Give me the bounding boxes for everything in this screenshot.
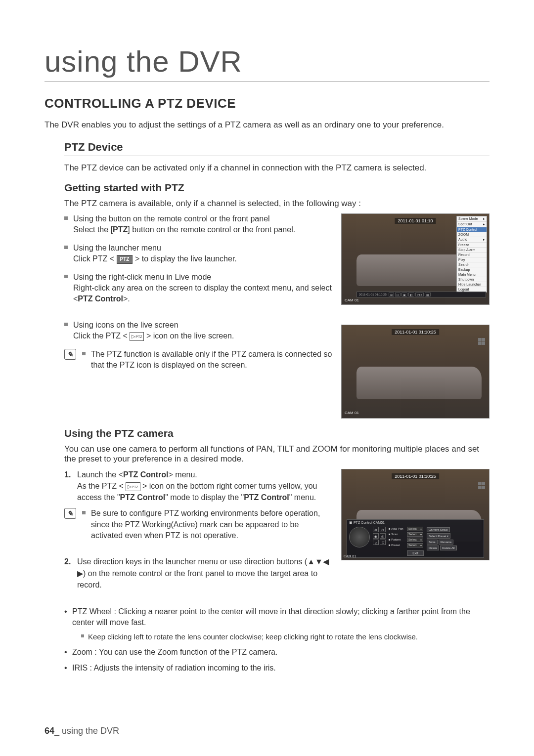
- section-heading: CONTROLLING A PTZ DEVICE: [44, 96, 490, 111]
- menu-item[interactable]: ZOOM: [457, 232, 487, 237]
- panel-title: ▣ PTZ Control CAM01: [347, 520, 484, 526]
- rename-button[interactable]: Rename: [439, 540, 454, 545]
- scan-label: ■ Scan: [389, 533, 405, 536]
- note-icon: ✎: [64, 349, 76, 360]
- scan-select[interactable]: Select▾: [407, 532, 423, 537]
- launcher-icon[interactable]: ⊞: [389, 293, 394, 296]
- menu-item[interactable]: Scene Mode▸: [457, 216, 487, 222]
- step1-note: Be sure to configure PTZ working environ…: [82, 508, 332, 541]
- ptz-icon: PTZ: [130, 332, 144, 340]
- focus-near-button[interactable]: ◉: [373, 533, 379, 539]
- bullet-ptz-wheel: PTZ Wheel : Clicking a nearer point to t…: [64, 606, 490, 642]
- timestamp: 2011-01-01 01:10:25: [392, 473, 439, 479]
- gs-note: The PTZ function is available only if th…: [82, 349, 332, 371]
- menu-item[interactable]: Spot Out▸: [457, 222, 487, 227]
- autopan-select[interactable]: Select▾: [407, 527, 423, 531]
- gs-item-icons: Using icons on the live screen Click the…: [64, 320, 332, 342]
- menu-item[interactable]: Record: [457, 252, 487, 257]
- timestamp: 2011-01-01 01:10: [395, 218, 436, 224]
- camera-label: CAM 01: [344, 554, 356, 558]
- iris-open-button[interactable]: △: [373, 540, 379, 545]
- pattern-label: ■ Pattern: [389, 538, 405, 541]
- step-1: Launch the <PTZ Control> menu. As the PT…: [64, 469, 332, 548]
- iris-close-button[interactable]: ▽: [380, 540, 386, 545]
- ptz-wheel[interactable]: [349, 527, 370, 547]
- camera-label: CAM 01: [345, 411, 359, 415]
- menu-item-ptz-control[interactable]: PTZ Control: [457, 227, 487, 232]
- launcher-ptz-icon[interactable]: PTZ: [415, 293, 424, 296]
- ptz-icon: PTZ: [126, 482, 140, 491]
- context-menu[interactable]: Scene Mode▸ Spot Out▸ PTZ Control ZOOM A…: [456, 216, 487, 293]
- ptz-launcher-button-icon: PTZ: [117, 255, 133, 264]
- ptz-control-panel[interactable]: ▣ PTZ Control CAM01 ⊕ ⊖ ◉ ◎ △ ▽: [347, 519, 484, 558]
- delete-all-button[interactable]: Delete All: [440, 546, 456, 550]
- page-title: using the DVR: [44, 44, 490, 82]
- page-footer: 64_ using the DVR: [44, 726, 119, 736]
- grid-icon[interactable]: [478, 338, 485, 345]
- zoom-in-button[interactable]: ⊕: [373, 527, 379, 532]
- live-launcher-bar[interactable]: 2011-01-01 01:10:25 ⊞ ⊡ ▣ ◧ PTZ ▦: [356, 292, 486, 297]
- delete-button[interactable]: Delete: [427, 546, 439, 550]
- menu-item[interactable]: Audio▸: [457, 237, 487, 243]
- menu-item[interactable]: Freeze: [457, 243, 487, 248]
- select-preset-button[interactable]: Select Preset ▾: [427, 533, 450, 539]
- gs-item-rightclick: Using the right-click menu in Live mode …: [64, 272, 332, 305]
- menu-item[interactable]: Stop Alarm: [457, 248, 487, 252]
- grid-icon[interactable]: [478, 482, 485, 489]
- sub-bullet-rotate: Keep clicking left to rotate the lens co…: [81, 631, 490, 642]
- timestamp: 2011-01-01 01:10:25: [392, 329, 439, 335]
- gs-item-remote: Using the button on the remote control o…: [64, 213, 332, 236]
- launcher-timestamp: 2011-01-01 01:10:25: [358, 293, 388, 296]
- gs-intro: The PTZ camera is available, only if a c…: [64, 199, 490, 209]
- menu-item[interactable]: Hide Launcher: [457, 282, 487, 287]
- menu-item[interactable]: Search: [457, 262, 487, 267]
- step-2: Use direction keys in the launcher menu …: [64, 556, 332, 590]
- exit-button[interactable]: Exit: [407, 550, 424, 556]
- menu-item[interactable]: Main Menu: [457, 272, 487, 277]
- preset-select[interactable]: Select▾: [407, 543, 423, 547]
- subsection-ptz-device: PTZ Device: [64, 141, 490, 156]
- gs-item-launcher: Using the launcher menu Click PTZ < PTZ …: [64, 243, 332, 265]
- pattern-select[interactable]: Select▾: [407, 538, 423, 542]
- ptz-device-text: The PTZ device can be activated only if …: [64, 163, 490, 173]
- menu-item[interactable]: Shutdown: [457, 277, 487, 282]
- screenshot-ptz-control-panel: 2011-01-01 01:10:25 ▣ PTZ Control CAM01 …: [341, 469, 490, 560]
- camera-label: CAM 01: [345, 298, 359, 302]
- zoom-out-button[interactable]: ⊖: [380, 527, 386, 532]
- launcher-icon[interactable]: ◧: [408, 293, 414, 296]
- save-button[interactable]: Save: [427, 540, 438, 545]
- subsection-getting-started: Getting started with PTZ: [64, 182, 490, 194]
- launcher-icon[interactable]: ▣: [401, 293, 407, 296]
- bullet-iris: IRIS : Adjusts the intensity of radiatio…: [64, 663, 490, 673]
- bullet-zoom: Zoom : You can use the Zoom function of …: [64, 647, 490, 658]
- screenshot-context-menu: 2011-01-01 01:10 Scene Mode▸ Spot Out▸ P…: [341, 213, 490, 305]
- focus-far-button[interactable]: ◎: [380, 533, 386, 539]
- preset-label: ■ Preset: [389, 544, 405, 546]
- using-intro: You can use one camera to perform all fu…: [64, 444, 490, 464]
- autopan-label: ■ Auto Pan: [389, 527, 405, 530]
- camera-setup-button[interactable]: Camera Setup: [427, 527, 450, 532]
- intro-text: The DVR enables you to adjust the settin…: [44, 120, 490, 130]
- note-icon: ✎: [64, 508, 76, 519]
- menu-item[interactable]: Play: [457, 257, 487, 262]
- screenshot-live-ptz-icon: 2011-01-01 01:10:25 CAM 01: [341, 325, 490, 419]
- launcher-icon[interactable]: ⊡: [395, 293, 400, 296]
- menu-item[interactable]: Backup: [457, 267, 487, 272]
- launcher-icon[interactable]: ▦: [425, 293, 431, 296]
- subsection-using-ptz: Using the PTZ camera: [64, 427, 490, 439]
